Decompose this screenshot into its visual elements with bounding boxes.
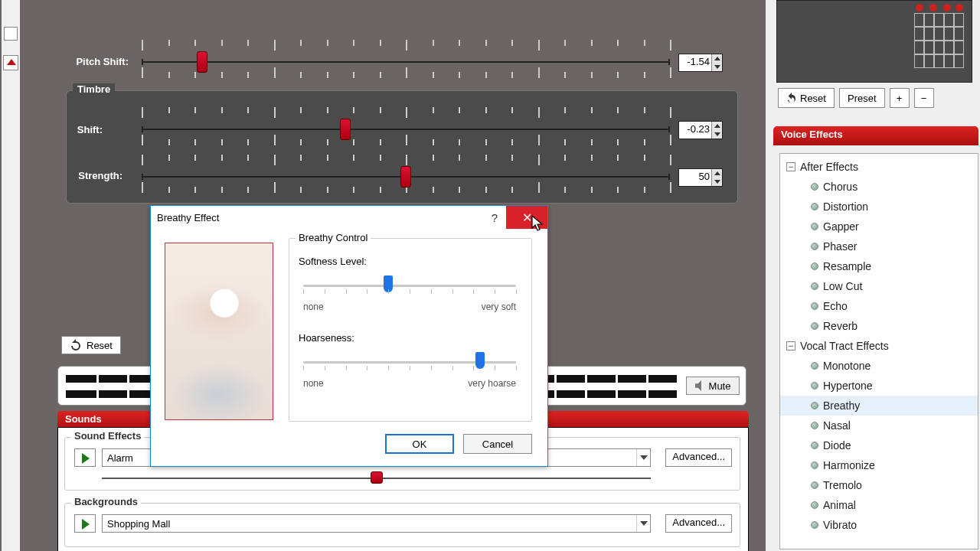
sound-effects-vol-slider[interactable] [102, 471, 651, 485]
bullet-icon [811, 243, 818, 250]
bullet-icon [811, 501, 818, 509]
preset-button[interactable]: Preset [839, 88, 885, 108]
sound-effects-vol-thumb[interactable] [371, 471, 383, 484]
softness-high: very soft [482, 302, 516, 312]
tree-item-label: Nasal [823, 419, 851, 432]
tree-item-animal[interactable]: Animal [780, 495, 978, 515]
timbre-legend: Timbre [73, 83, 115, 95]
right-reset-button[interactable]: Reset [778, 88, 835, 108]
tree-item-label: Animal [823, 499, 856, 511]
softness-low: none [303, 302, 324, 312]
keyboard-preview [776, 0, 972, 83]
bullet-icon [811, 183, 818, 191]
bullet-icon [811, 521, 818, 529]
hoarseness-low: none [303, 378, 324, 389]
chevron-down-icon [636, 515, 650, 532]
remove-button[interactable]: − [914, 88, 934, 108]
dialog-preview-image [165, 243, 273, 420]
tree-item-breathy[interactable]: Breathy [780, 396, 978, 416]
timbre-shift-spin[interactable] [711, 122, 722, 139]
timbre-strength-label: Strength: [67, 170, 122, 181]
tree-item-phaser[interactable]: Phaser [780, 236, 978, 256]
bullet-icon [811, 362, 818, 370]
bullet-icon [811, 461, 818, 469]
tree-item-hypertone[interactable]: Hypertone [780, 376, 978, 396]
bullet-icon [811, 442, 818, 449]
timbre-strength-value[interactable]: 50 [678, 168, 723, 187]
expand-icon[interactable]: − [786, 162, 795, 171]
tree-item-label: Breathy [823, 399, 860, 412]
timbre-strength-spin[interactable] [711, 169, 722, 186]
reset-button-left[interactable]: Reset [61, 336, 121, 354]
timbre-shift-value[interactable]: -0.23 [678, 121, 723, 139]
tree-item-monotone[interactable]: Monotone [780, 356, 978, 376]
chevron-down-icon [636, 449, 650, 466]
speaker-icon [695, 380, 706, 391]
hoarseness-slider[interactable]: none very hoarse [303, 347, 516, 386]
tree-group-vocal-tract[interactable]: −Vocal Tract Effects [780, 336, 978, 356]
tree-item-tremolo[interactable]: Tremolo [780, 475, 978, 495]
tree-item-distortion[interactable]: Distortion [780, 197, 978, 217]
dialog-ok-button[interactable]: OK [385, 434, 454, 454]
dialog-title: Breathy Effect [157, 212, 483, 223]
breathy-control-legend: Breathy Control [296, 232, 371, 243]
backgrounds-play[interactable] [74, 514, 96, 533]
pitch-shift-spin[interactable] [711, 54, 722, 71]
backgrounds-combo[interactable]: Shopping Mall [102, 514, 651, 533]
tree-item-vibrato[interactable]: Vibrato [780, 515, 978, 535]
timbre-strength-slider[interactable] [142, 155, 670, 201]
tree-item-label: Tremolo [823, 479, 862, 491]
hoarseness-label: Hoarseness: [299, 332, 354, 344]
mute-button[interactable]: Mute [686, 377, 740, 395]
tree-item-label: Vocal Tract Effects [800, 340, 889, 352]
tree-item-diode[interactable]: Diode [780, 435, 978, 455]
timbre-shift-value-text: -0.23 [681, 123, 710, 135]
tree-item-label: Monotone [823, 360, 871, 372]
mute-button-label: Mute [709, 380, 731, 392]
tree-item-label: Vibrato [823, 519, 857, 531]
tree-item-echo[interactable]: Echo [780, 296, 978, 316]
hoarseness-thumb[interactable] [475, 352, 485, 369]
pitch-shift-slider[interactable] [142, 40, 670, 86]
sound-effects-play[interactable] [74, 448, 96, 467]
expand-icon[interactable]: − [786, 341, 795, 350]
tree-item-resample[interactable]: Resample [780, 256, 978, 276]
tree-item-chorus[interactable]: Chorus [780, 177, 978, 197]
timbre-strength-thumb[interactable] [400, 166, 411, 187]
voice-effects-tree[interactable]: −After EffectsChorusDistortionGapperPhas… [779, 153, 978, 549]
timbre-shift-thumb[interactable] [340, 119, 351, 140]
bullet-icon [811, 322, 818, 330]
backgrounds-value: Shopping Mall [103, 518, 636, 530]
reset-button-left-label: Reset [87, 340, 113, 351]
tree-item-label: Distortion [823, 201, 868, 213]
dialog-cancel-button[interactable]: Cancel [463, 434, 532, 454]
tree-item-low-cut[interactable]: Low Cut [780, 276, 978, 296]
breathy-control-frame: Breathy Control Softness Level: none ver… [289, 238, 532, 422]
pitch-shift-value[interactable]: -1.54 [678, 54, 723, 72]
backgrounds-legend: Backgrounds [71, 496, 141, 507]
left-dropdown[interactable] [4, 27, 18, 41]
tree-group-after-effects[interactable]: −After Effects [780, 157, 978, 177]
add-button[interactable]: + [890, 88, 910, 108]
backgrounds-advanced[interactable]: Advanced... [665, 514, 732, 533]
bullet-icon [811, 223, 818, 230]
tree-item-label: After Effects [800, 161, 858, 173]
timbre-shift-slider[interactable] [142, 107, 670, 153]
sound-effects-advanced[interactable]: Advanced... [665, 448, 732, 467]
tree-item-harmonize[interactable]: Harmonize [780, 455, 978, 475]
hoarseness-high: very hoarse [468, 378, 516, 389]
tree-item-label: Phaser [823, 240, 857, 253]
tree-item-label: Gapper [823, 220, 859, 233]
bullet-icon [811, 282, 818, 290]
pitch-shift-label: Pitch Shift: [67, 56, 129, 67]
tree-item-nasal[interactable]: Nasal [780, 416, 978, 435]
softness-label: Softness Level: [299, 256, 367, 267]
left-expand[interactable] [3, 55, 18, 70]
tree-item-reverb[interactable]: Reverb [780, 316, 978, 336]
bullet-icon [811, 481, 818, 489]
tree-item-gapper[interactable]: Gapper [780, 217, 978, 236]
dialog-help-button[interactable]: ? [483, 211, 506, 224]
pitch-shift-thumb[interactable] [197, 51, 207, 73]
softness-slider[interactable]: none very soft [303, 271, 516, 309]
bullet-icon [811, 262, 818, 270]
